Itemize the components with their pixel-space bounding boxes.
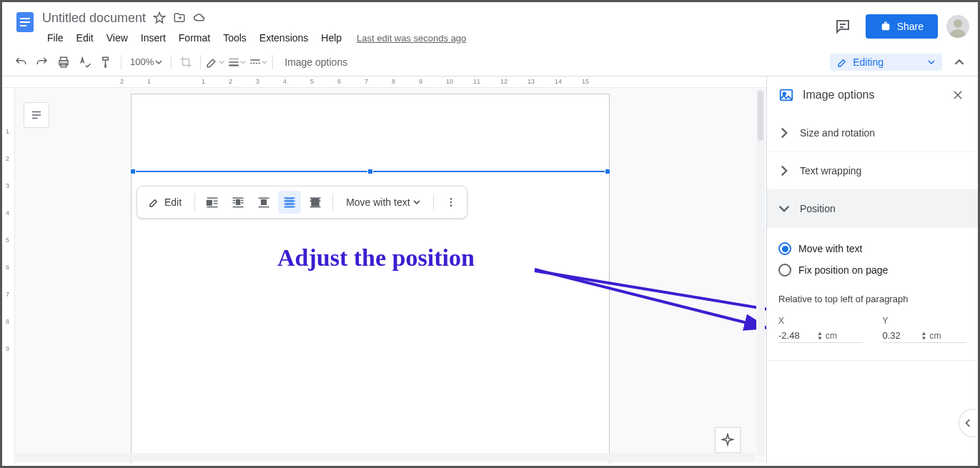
x-stepper[interactable]: ▲▼ (817, 331, 823, 341)
svg-rect-17 (207, 201, 212, 206)
editing-mode-select[interactable]: Editing (830, 54, 942, 71)
move-folder-icon[interactable] (173, 11, 186, 24)
svg-rect-1 (20, 18, 30, 19)
star-icon[interactable] (153, 11, 166, 24)
chevron-right-icon (778, 165, 790, 176)
document-title[interactable]: Untitled document (42, 11, 146, 26)
zoom-select[interactable]: 100% (126, 56, 167, 67)
border-dash-button[interactable] (248, 52, 268, 72)
vertical-scrollbar[interactable] (756, 89, 765, 456)
spellcheck-button[interactable] (75, 52, 95, 72)
section-size-rotation[interactable]: Size and rotation (767, 114, 978, 152)
border-color-button[interactable] (205, 52, 225, 72)
svg-rect-29 (262, 200, 267, 205)
svg-rect-38 (312, 199, 319, 206)
undo-button[interactable] (11, 52, 31, 72)
chevron-down-icon (778, 203, 790, 214)
resize-handle-nw[interactable] (130, 169, 136, 174)
radio-move-with-text[interactable]: Move with text (778, 238, 966, 259)
svg-rect-3 (20, 25, 26, 26)
menu-insert[interactable]: Insert (136, 31, 171, 45)
menu-file[interactable]: File (42, 31, 69, 45)
x-label: X (778, 316, 863, 326)
user-avatar[interactable] (946, 15, 969, 38)
section-position[interactable]: Position (767, 190, 978, 228)
x-position-input[interactable] (778, 330, 814, 341)
image-floating-toolbar: Edit Move with text (137, 186, 467, 219)
y-label: Y (883, 316, 967, 326)
chevron-right-icon (778, 127, 790, 139)
radio-checked-icon (778, 242, 791, 255)
svg-point-40 (450, 198, 452, 200)
document-canvas[interactable]: 21123456789101112131415 123456789 Edit M… (2, 76, 767, 463)
svg-point-4 (954, 19, 962, 28)
document-page[interactable]: Edit Move with text (131, 94, 610, 463)
y-position-input[interactable] (883, 330, 919, 341)
comments-icon[interactable] (828, 12, 857, 41)
menu-format[interactable]: Format (174, 31, 215, 45)
y-stepper[interactable]: ▲▼ (921, 331, 927, 341)
print-button[interactable] (54, 52, 74, 72)
edit-image-button[interactable]: Edit (142, 196, 189, 208)
svg-point-46 (783, 92, 786, 95)
front-text-button[interactable] (304, 191, 327, 214)
sidebar-title: Image options (803, 89, 941, 101)
relative-to-label: Relative to top left of paragraph (778, 294, 966, 304)
image-options-menu[interactable]: Image options (277, 56, 355, 68)
menu-extensions[interactable]: Extensions (254, 31, 313, 45)
svg-rect-2 (20, 21, 30, 23)
menu-help[interactable]: Help (316, 31, 347, 45)
resize-handle-ne[interactable] (605, 169, 610, 174)
last-edit-link[interactable]: Last edit was seconds ago (357, 33, 466, 44)
redo-button[interactable] (32, 52, 52, 72)
more-options-button[interactable] (440, 191, 462, 214)
border-weight-button[interactable] (227, 52, 247, 72)
radio-fix-position[interactable]: Fix position on page (778, 259, 966, 281)
wrap-inline-button[interactable] (201, 191, 224, 214)
menu-view[interactable]: View (102, 31, 133, 45)
crop-button[interactable] (176, 52, 196, 72)
paint-format-button[interactable] (96, 52, 117, 72)
scrollbar-thumb[interactable] (758, 91, 763, 141)
horizontal-scrollbar[interactable] (16, 453, 755, 462)
menu-edit[interactable]: Edit (71, 31, 99, 45)
selected-image[interactable] (133, 171, 608, 172)
svg-rect-31 (286, 199, 293, 206)
instruction-annotation: Adjust the position (277, 244, 475, 272)
image-icon (778, 87, 794, 103)
share-button[interactable]: Share (866, 14, 938, 39)
break-text-button[interactable] (252, 191, 275, 214)
menu-tools[interactable]: Tools (218, 31, 252, 45)
cloud-status-icon[interactable] (193, 11, 206, 24)
radio-unchecked-icon (778, 264, 791, 277)
collapse-toolbar-button[interactable] (949, 52, 969, 72)
wrap-text-button[interactable] (227, 191, 249, 214)
image-options-sidebar: Image options Size and rotation Text wra… (767, 76, 978, 463)
docs-logo-icon[interactable] (11, 8, 39, 36)
outline-toggle-button[interactable] (24, 102, 49, 128)
move-with-text-select[interactable]: Move with text (339, 196, 427, 208)
vertical-ruler[interactable]: 123456789 (2, 88, 15, 463)
svg-point-41 (450, 201, 452, 204)
section-text-wrapping[interactable]: Text wrapping (767, 152, 978, 190)
behind-text-button[interactable] (278, 191, 301, 214)
explore-button[interactable] (715, 427, 741, 453)
svg-point-42 (450, 204, 452, 206)
svg-rect-23 (237, 200, 240, 205)
horizontal-ruler[interactable]: 21123456789101112131415 (2, 76, 766, 88)
share-label: Share (897, 21, 924, 32)
close-sidebar-button[interactable] (949, 86, 966, 104)
resize-handle-n[interactable] (367, 169, 373, 174)
